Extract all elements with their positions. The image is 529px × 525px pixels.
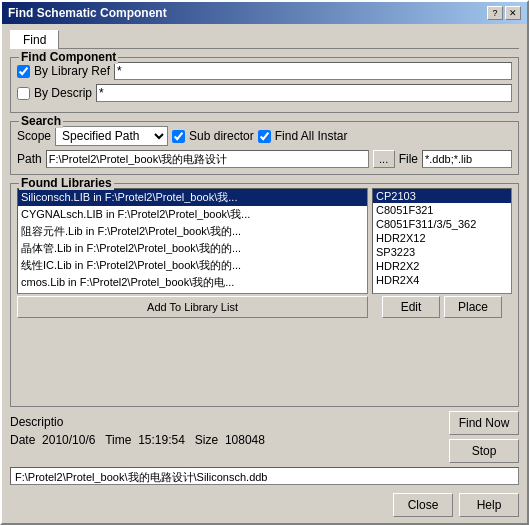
stop-btn[interactable]: Stop	[449, 439, 519, 463]
list-item[interactable]: HDR2X12	[373, 231, 511, 245]
time-label: Time	[105, 433, 131, 447]
list-item[interactable]: Siliconsch.LIB in F:\Protel2\Protel_book…	[18, 189, 367, 206]
found-libraries-label: Found Libraries	[19, 176, 114, 190]
bottom-section: Descriptio Date 2010/10/6 Time 15:19:54 …	[10, 411, 519, 463]
close-help-row: Close Help	[10, 489, 519, 517]
status-path: F:\Protel2\Protel_book\我的电路设计\Siliconsch…	[10, 467, 519, 485]
list-item[interactable]: HDR2X4	[373, 273, 511, 287]
found-libraries-group: Found Libraries Siliconsch.LIB in F:\Pro…	[10, 183, 519, 407]
edit-place-row: Edit Place	[372, 296, 512, 318]
date-value: 2010/10/6	[42, 433, 95, 447]
list-item[interactable]: 阻容元件.Lib in F:\Protel2\Protel_book\我的...	[18, 223, 367, 240]
description-row: Descriptio	[10, 411, 441, 431]
path-label: Path	[17, 152, 42, 166]
right-panel: CP2103C8051F321C8051F311/3/5_362HDR2X12S…	[372, 188, 512, 318]
list-item[interactable]: 线性IC.Lib in F:\Protel2\Protel_book\我的的..…	[18, 257, 367, 274]
find-now-btn[interactable]: Find Now	[449, 411, 519, 435]
by-descrip-input[interactable]	[96, 84, 512, 102]
by-library-ref-label: By Library Ref	[34, 64, 110, 78]
list-item[interactable]: MCU.Lib in F:\Protel2\Protel_book\我的电路..…	[18, 291, 367, 294]
left-library-list[interactable]: Siliconsch.LIB in F:\Protel2\Protel_book…	[17, 188, 368, 294]
list-item[interactable]: HDR2X2	[373, 259, 511, 273]
tab-find[interactable]: Find	[10, 30, 59, 49]
by-library-ref-input[interactable]	[114, 62, 512, 80]
edit-btn[interactable]: Edit	[382, 296, 440, 318]
scope-select[interactable]: Specified PathAll LibrariesProject Libra…	[55, 126, 168, 146]
find-all-label: Find All Instar	[275, 129, 348, 143]
by-descrip-row: By Descrip	[17, 84, 512, 102]
description-label: Descriptio	[10, 415, 63, 429]
tab-bar: Find	[10, 30, 519, 49]
list-item[interactable]: 晶体管.Lib in F:\Protel2\Protel_book\我的的...	[18, 240, 367, 257]
list-item[interactable]: SP3223	[373, 245, 511, 259]
size-value: 108048	[225, 433, 265, 447]
path-input[interactable]	[46, 150, 369, 168]
find-component-group: Find Component By Library Ref By Descrip	[10, 57, 519, 113]
by-descrip-label: By Descrip	[34, 86, 92, 100]
list-item[interactable]: CYGNALsch.LIB in F:\Protel2\Protel_book\…	[18, 206, 367, 223]
list-item[interactable]: C8051F321	[373, 203, 511, 217]
find-component-label: Find Component	[19, 50, 118, 64]
by-library-ref-row: By Library Ref	[17, 62, 512, 80]
right-component-list[interactable]: CP2103C8051F321C8051F311/3/5_362HDR2X12S…	[372, 188, 512, 294]
find-all-checkbox[interactable]	[258, 130, 271, 143]
find-stop-column: Find Now Stop	[449, 411, 519, 463]
size-label: Size	[195, 433, 218, 447]
list-item[interactable]: C8051F311/3/5_362	[373, 217, 511, 231]
list-item[interactable]: cmos.Lib in F:\Protel2\Protel_book\我的电..…	[18, 274, 367, 291]
help-title-btn[interactable]: ?	[487, 6, 503, 20]
found-libraries-panel: Siliconsch.LIB in F:\Protel2\Protel_book…	[17, 188, 512, 318]
title-buttons: ? ✕	[487, 6, 521, 20]
place-btn[interactable]: Place	[444, 296, 502, 318]
file-input[interactable]	[422, 150, 512, 168]
add-to-library-btn[interactable]: Add To Library List	[17, 296, 368, 318]
close-title-btn[interactable]: ✕	[505, 6, 521, 20]
ellipsis-btn[interactable]: ...	[373, 150, 395, 168]
scope-row: Scope Specified PathAll LibrariesProject…	[17, 126, 512, 146]
window-title: Find Schematic Component	[8, 6, 167, 20]
by-descrip-checkbox[interactable]	[17, 87, 30, 100]
sub-directories-checkbox[interactable]	[172, 130, 185, 143]
list-item[interactable]: CP2103	[373, 189, 511, 203]
sub-directories-label: Sub director	[189, 129, 254, 143]
path-row: Path ... File	[17, 150, 512, 168]
by-library-ref-checkbox[interactable]	[17, 65, 30, 78]
date-time-size-row: Date 2010/10/6 Time 15:19:54 Size 108048	[10, 431, 441, 449]
time-value: 15:19:54	[138, 433, 185, 447]
file-label: File	[399, 152, 418, 166]
search-label: Search	[19, 114, 63, 128]
content-area: Find Find Component By Library Ref By De…	[2, 24, 527, 523]
scope-label: Scope	[17, 129, 51, 143]
main-window: Find Schematic Component ? ✕ Find Find C…	[0, 0, 529, 525]
bottom-info: Descriptio Date 2010/10/6 Time 15:19:54 …	[10, 411, 441, 449]
search-group: Search Scope Specified PathAll Libraries…	[10, 121, 519, 175]
close-btn[interactable]: Close	[393, 493, 453, 517]
help-btn[interactable]: Help	[459, 493, 519, 517]
title-bar: Find Schematic Component ? ✕	[2, 2, 527, 24]
date-label: Date	[10, 433, 35, 447]
